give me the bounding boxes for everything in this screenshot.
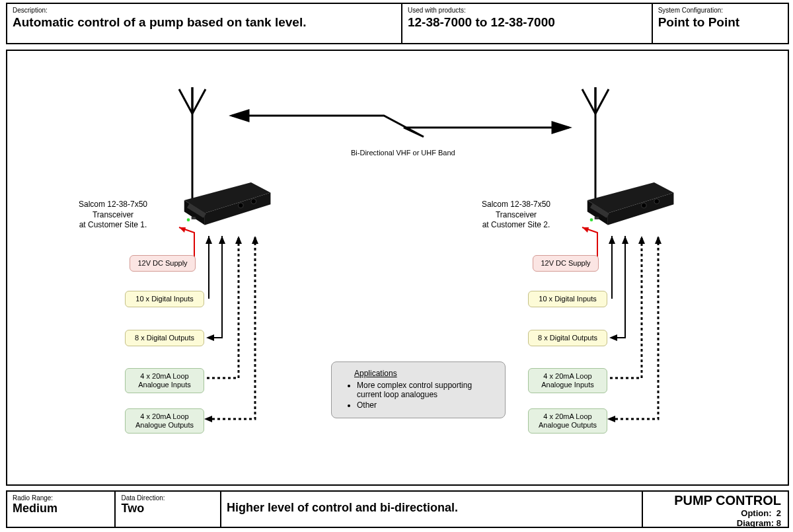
direction-label: Data Direction:: [121, 494, 214, 502]
svg-marker-19: [206, 236, 212, 244]
svg-marker-23: [252, 236, 258, 244]
applications-title: Applications: [354, 369, 494, 378]
config-label: System Configuration:: [658, 7, 782, 14]
digital-inputs-tag: 10 x Digital Inputs: [528, 291, 607, 307]
svg-marker-9: [552, 122, 569, 133]
digital-outputs-tag: 8 x Digital Outputs: [528, 330, 607, 346]
dc-supply-tag: 12V DC Supply: [130, 255, 196, 272]
svg-marker-39: [607, 416, 615, 422]
footer-title-block: PUMP CONTROL Option: 2 Diagram: 8: [643, 492, 788, 527]
svg-marker-33: [582, 227, 589, 233]
analogue-inputs-tag: 4 x 20mA Loop Analogue Inputs: [125, 368, 204, 393]
config-value: Point to Point: [658, 15, 739, 29]
analogue-outputs-tag: 4 x 20mA Loop Analogue Outputs: [528, 408, 607, 434]
option-line: Option: 2: [650, 508, 781, 518]
diagram-title: PUMP CONTROL: [650, 493, 781, 508]
diagram-area: Bi-Directional VHF or UHF Band Salcom 12…: [6, 50, 789, 486]
footer-direction: Data Direction: Two: [116, 492, 221, 527]
app-item-1: More complex control supporting current …: [357, 381, 494, 399]
bidirectional-arrow-icon: [232, 110, 569, 137]
svg-marker-38: [655, 236, 661, 244]
svg-marker-24: [204, 416, 212, 422]
digital-outputs-tag: 8 x Digital Outputs: [125, 330, 204, 346]
diagram-page: Description: Automatic control of a pump…: [0, 0, 793, 532]
svg-marker-36: [609, 334, 617, 341]
footer-notes: Higher level of control and bi-direction…: [221, 492, 643, 527]
description-value: Automatic control of a pump based on tan…: [13, 15, 306, 29]
analogue-inputs-tag: 4 x 20mA Loop Analogue Inputs: [528, 368, 607, 393]
digital-inputs-tag: 10 x Digital Inputs: [125, 291, 204, 307]
range-value: Medium: [13, 502, 57, 515]
header-description: Description: Automatic control of a pump…: [7, 4, 402, 43]
products-value: 12-38-7000 to 12-38-7000: [408, 15, 555, 29]
analogue-outputs-tag: 4 x 20mA Loop Analogue Outputs: [125, 408, 204, 434]
direction-value: Two: [121, 502, 144, 515]
applications-list: More complex control supporting current …: [342, 381, 494, 410]
svg-marker-34: [609, 236, 615, 244]
svg-line-5: [582, 89, 595, 114]
header-row: Description: Automatic control of a pump…: [6, 3, 789, 44]
band-label: Bi-Directional VHF or UHF Band: [351, 149, 455, 157]
svg-marker-37: [638, 236, 645, 244]
svg-line-2: [192, 89, 206, 114]
footer-row: Radio Range: Medium Data Direction: Two …: [6, 490, 789, 528]
applications-box: Applications More complex control suppor…: [331, 361, 506, 418]
diagram-line: Diagram: 8: [650, 518, 781, 528]
svg-marker-21: [206, 334, 214, 341]
range-label: Radio Range:: [13, 494, 109, 502]
description-label: Description:: [13, 7, 396, 14]
header-config: System Configuration: Point to Point: [653, 4, 788, 43]
app-item-2: Other: [357, 400, 494, 410]
svg-marker-22: [235, 236, 242, 244]
products-label: Used with products:: [408, 7, 646, 14]
svg-line-1: [179, 89, 192, 114]
header-products: Used with products: 12-38-7000 to 12-38-…: [402, 4, 653, 43]
svg-marker-35: [622, 236, 628, 244]
svg-marker-8: [232, 110, 248, 121]
dc-supply-tag: 12V DC Supply: [533, 255, 599, 272]
svg-line-6: [595, 89, 609, 114]
svg-marker-20: [219, 236, 225, 244]
svg-marker-18: [179, 227, 186, 233]
footer-range: Radio Range: Medium: [7, 492, 116, 527]
